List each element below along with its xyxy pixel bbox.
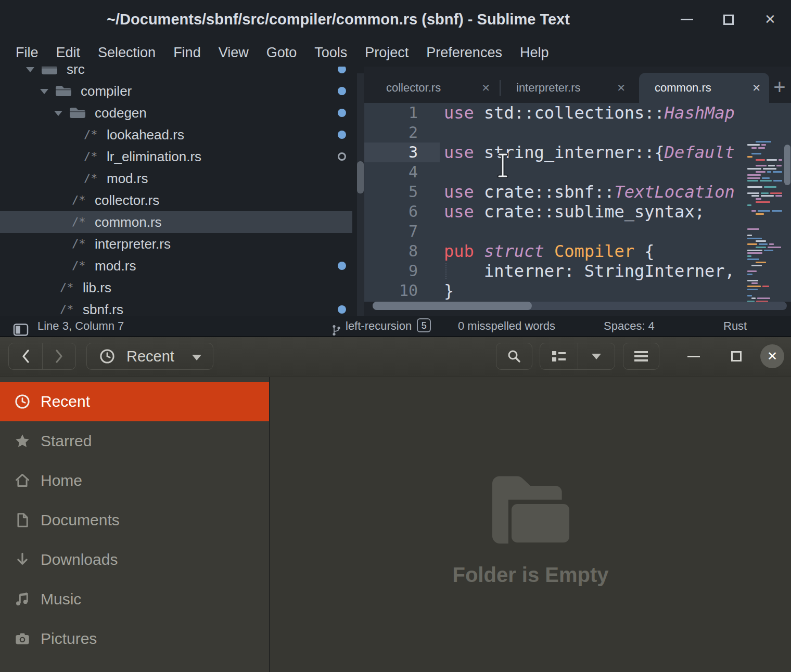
code-line-1[interactable]: 1use std::collections::HashMap bbox=[364, 103, 791, 123]
tab-close-icon[interactable]: ✕ bbox=[745, 82, 761, 94]
expand-triangle-icon[interactable] bbox=[26, 67, 34, 72]
tree-item-label: mod.rs bbox=[107, 167, 148, 189]
files-close-button[interactable]: ✕ bbox=[760, 344, 784, 368]
tab-collector-rs[interactable]: collector.rs✕ bbox=[371, 73, 499, 103]
sidebar-item-recent[interactable]: Recent bbox=[0, 382, 269, 421]
horizontal-scrollbar-thumb[interactable] bbox=[373, 302, 532, 310]
tab-close-icon[interactable]: ✕ bbox=[609, 82, 626, 94]
menu-tools[interactable]: Tools bbox=[305, 39, 356, 67]
maximize-icon bbox=[723, 15, 734, 25]
editor-scrollbar-thumb[interactable] bbox=[784, 145, 790, 185]
files-maximize-button[interactable] bbox=[722, 343, 751, 370]
menu-project[interactable]: Project bbox=[356, 39, 417, 67]
sidebar-item-pictures[interactable]: Pictures bbox=[0, 619, 269, 658]
minimap-token bbox=[758, 210, 770, 212]
expand-triangle-icon[interactable] bbox=[40, 89, 48, 94]
menu-view[interactable]: View bbox=[210, 39, 258, 67]
tree-item-common-rs[interactable]: /*common.rs bbox=[0, 211, 364, 233]
sidebar-item-starred[interactable]: Starred bbox=[0, 421, 269, 461]
tree-item-compiler[interactable]: compiler bbox=[0, 80, 364, 102]
list-view-button[interactable] bbox=[540, 343, 578, 369]
menu-edit[interactable]: Edit bbox=[47, 39, 90, 67]
minimap-token bbox=[773, 171, 782, 173]
files-content-area[interactable]: Folder is Empty bbox=[270, 377, 791, 672]
minimap-token bbox=[756, 171, 766, 173]
code-line-3[interactable]: 3use string_interner::{Default bbox=[364, 143, 791, 162]
tab-interpreter-rs[interactable]: interpreter.rs✕ bbox=[501, 73, 634, 103]
modified-dot-icon bbox=[338, 67, 346, 73]
files-minimize-button[interactable] bbox=[679, 343, 708, 370]
menu-help[interactable]: Help bbox=[511, 39, 558, 67]
hamburger-menu-button[interactable] bbox=[623, 343, 659, 370]
menu-selection[interactable]: Selection bbox=[89, 39, 164, 67]
menu-file[interactable]: File bbox=[7, 39, 47, 67]
search-button[interactable] bbox=[496, 343, 532, 370]
minimap-token bbox=[747, 274, 752, 275]
caret-position[interactable]: Line 3, Column 7 bbox=[37, 316, 124, 336]
tree-item-mod-rs[interactable]: /*mod.rs bbox=[0, 167, 364, 189]
code-line-10[interactable]: 10} bbox=[364, 281, 791, 301]
tree-item-lookahead-rs[interactable]: /*lookahead.rs bbox=[0, 124, 364, 146]
minimap-token bbox=[760, 180, 772, 182]
menu-goto[interactable]: Goto bbox=[258, 39, 306, 67]
spellcheck-status[interactable]: 0 misspelled words bbox=[458, 316, 555, 336]
new-tab-button[interactable]: + bbox=[769, 77, 790, 98]
back-button[interactable] bbox=[9, 343, 42, 369]
code-area[interactable]: 1use std::collections::HashMap23use stri… bbox=[364, 103, 791, 302]
tree-item-collector-rs[interactable]: /*collector.rs bbox=[0, 189, 364, 211]
close-button[interactable]: ✕ bbox=[749, 0, 791, 39]
tree-item-interpreter-rs[interactable]: /*interpreter.rs bbox=[0, 233, 364, 255]
files-headerbar[interactable]: Recent ✕ bbox=[0, 337, 791, 377]
location-button[interactable]: Recent bbox=[86, 343, 213, 370]
code-line-2[interactable]: 2 bbox=[364, 123, 791, 143]
modified-dot-icon bbox=[338, 305, 346, 314]
git-branch-status[interactable]: left-recursion5 bbox=[346, 316, 431, 336]
sidebar-item-music[interactable]: Music bbox=[0, 579, 269, 619]
folder-icon bbox=[55, 85, 71, 99]
expand-triangle-icon[interactable] bbox=[54, 111, 62, 116]
minimap-token bbox=[776, 165, 782, 166]
minimap-token bbox=[751, 195, 759, 197]
sidebar-item-documents[interactable]: Documents bbox=[0, 500, 269, 540]
forward-button[interactable] bbox=[42, 343, 75, 369]
menu-find[interactable]: Find bbox=[164, 39, 210, 67]
minimize-button[interactable] bbox=[666, 0, 708, 39]
view-dropdown-button[interactable] bbox=[578, 343, 615, 369]
sidebar-scrollbar-thumb[interactable] bbox=[357, 161, 364, 193]
minimap-token bbox=[756, 262, 766, 263]
code-line-8[interactable]: 8pub struct Compiler { bbox=[364, 241, 791, 261]
code-text: use string_interner::{Default bbox=[444, 143, 735, 162]
tree-item-src[interactable]: src bbox=[0, 67, 364, 80]
code-line-6[interactable]: 6use crate::sublime_syntax; bbox=[364, 202, 791, 222]
code-line-4[interactable]: 4 bbox=[364, 162, 791, 182]
tab-common-rs[interactable]: common.rs✕ bbox=[639, 73, 769, 103]
tree-item-lr_elimination-rs[interactable]: /*lr_elimination.rs bbox=[0, 146, 364, 167]
minimap-token bbox=[747, 228, 759, 230]
menu-preferences[interactable]: Preferences bbox=[417, 39, 511, 67]
minimap[interactable] bbox=[747, 140, 784, 302]
sidebar-item-home[interactable]: Home bbox=[0, 461, 269, 500]
rust-file-icon: /* bbox=[60, 299, 74, 316]
sidebar-scrollbar[interactable] bbox=[357, 73, 364, 316]
line-number: 1 bbox=[364, 103, 440, 123]
sublime-titlebar[interactable]: ~/Documents/sbnf/src/compiler/common.rs … bbox=[0, 0, 791, 39]
clock-icon bbox=[99, 348, 115, 364]
syntax-status[interactable]: Rust bbox=[723, 316, 747, 336]
tab-close-icon[interactable]: ✕ bbox=[474, 82, 490, 94]
minimap-token bbox=[747, 204, 751, 206]
navigation-buttons bbox=[8, 343, 76, 370]
line-number: 2 bbox=[364, 123, 440, 143]
code-line-5[interactable]: 5use crate::sbnf::TextLocation bbox=[364, 182, 791, 202]
tree-item-lib-rs[interactable]: /*lib.rs bbox=[0, 277, 364, 299]
tree-item-label: lookahead.rs bbox=[107, 124, 184, 146]
horizontal-scrollbar[interactable] bbox=[373, 302, 787, 310]
indentation-status[interactable]: Spaces: 4 bbox=[604, 316, 655, 336]
tree-item-sbnf-rs[interactable]: /*sbnf.rs bbox=[0, 299, 364, 316]
tree-item-mod-rs[interactable]: /*mod.rs bbox=[0, 255, 364, 277]
code-line-9[interactable]: 9 interner: StringInterner, bbox=[364, 261, 791, 281]
sidebar-item-downloads[interactable]: Downloads bbox=[0, 540, 269, 579]
file-tree: srccompilercodegen/*lookahead.rs/*lr_eli… bbox=[0, 67, 364, 316]
code-line-7[interactable]: 7 bbox=[364, 222, 791, 241]
tree-item-codegen[interactable]: codegen bbox=[0, 102, 364, 124]
maximize-button[interactable] bbox=[708, 0, 749, 39]
